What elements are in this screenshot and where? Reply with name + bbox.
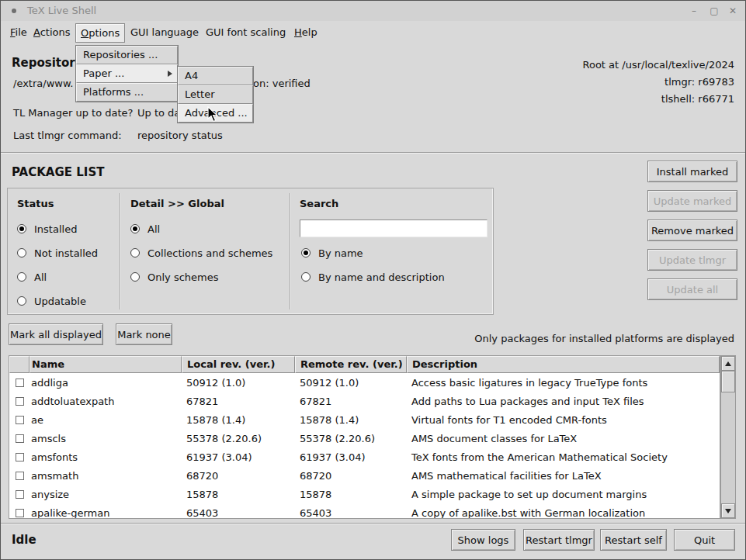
pkg-remote-rev: 65403	[295, 507, 407, 519]
pkg-local-rev: 15878 (1.4)	[182, 414, 295, 426]
title-bar: TeX Live Shell – ▢ ✕	[1, 1, 745, 22]
row-checkbox[interactable]	[16, 509, 24, 517]
radio-icon	[301, 272, 311, 282]
column-local[interactable]: Local rev. (ver.)	[182, 356, 295, 373]
table-row[interactable]: addtoluatexpath 67821 67821 Add paths to…	[9, 392, 720, 410]
row-checkbox[interactable]	[16, 379, 24, 387]
menu-item-letter[interactable]: Letter	[178, 85, 253, 104]
pkg-name: anysize	[29, 489, 182, 500]
pkg-local-rev: 55378 (2.20.6)	[182, 433, 295, 444]
menu-item-platforms[interactable]: Platforms ...	[76, 83, 178, 102]
pkg-local-rev: 15878	[182, 489, 295, 500]
table-row[interactable]: amsfonts 61937 (3.04) 61937 (3.04) TeX f…	[9, 448, 720, 466]
pkg-local-rev: 65403	[182, 507, 295, 519]
mark-none-button[interactable]: Mark none	[116, 323, 172, 345]
remove-marked-button[interactable]: Remove marked	[647, 220, 737, 241]
radio-not-installed[interactable]: Not installed	[17, 247, 98, 259]
row-checkbox[interactable]	[16, 416, 24, 424]
menu-gui-language[interactable]: GUI language	[126, 23, 203, 41]
quit-button[interactable]: Quit	[674, 529, 735, 551]
repository-heading: Repository	[12, 56, 83, 70]
last-command-value: repository status	[137, 130, 223, 141]
row-checkbox[interactable]	[16, 453, 24, 461]
repository-path: /extra/www.	[13, 78, 73, 89]
update-marked-button[interactable]: Update marked	[647, 190, 737, 212]
table-row[interactable]: apalike-german 65403 65403 A copy of apa…	[9, 503, 720, 519]
pkg-name: amsfonts	[29, 451, 182, 463]
app-window: TeX Live Shell – ▢ ✕ File Actions Option…	[0, 0, 746, 560]
pkg-description: Access basic ligatures in legacy TrueTyp…	[407, 377, 720, 389]
mark-all-displayed-button[interactable]: Mark all displayed	[9, 323, 103, 345]
search-heading: Search	[300, 198, 338, 209]
menu-item-a4[interactable]: A4	[178, 67, 253, 85]
scroll-up-icon[interactable]	[721, 356, 735, 371]
column-checkbox[interactable]	[9, 356, 29, 373]
radio-detail-all[interactable]: All	[130, 223, 160, 235]
app-icon	[12, 9, 16, 13]
detail-heading: Detail >> Global	[130, 198, 224, 209]
minimize-icon[interactable]: –	[686, 4, 702, 18]
pkg-description: A copy of apalike.bst with German locali…	[407, 507, 720, 519]
pkg-remote-rev: 15878	[295, 489, 407, 500]
filter-divider	[290, 193, 290, 309]
restart-self-button[interactable]: Restart self	[600, 529, 667, 551]
menu-item-paper[interactable]: Paper ...	[76, 64, 178, 83]
row-checkbox[interactable]	[16, 472, 24, 480]
radio-collections-schemes[interactable]: Collections and schemes	[130, 247, 272, 259]
window-title: TeX Live Shell	[27, 5, 96, 16]
pkg-description: AMS document classes for LaTeX	[407, 433, 720, 444]
column-remote[interactable]: Remote rev. (ver.)	[295, 356, 407, 373]
tlmgr-revision: tlmgr: r69783	[664, 76, 734, 88]
scrollbar-thumb[interactable]	[721, 371, 735, 392]
table-row[interactable]: anysize 15878 15878 A simple package to …	[9, 485, 720, 503]
statusbar-divider	[1, 523, 745, 524]
pkg-local-rev: 61937 (3.04)	[182, 451, 295, 463]
menu-file[interactable]: File	[5, 23, 32, 41]
status-text: Idle	[12, 533, 36, 547]
column-name[interactable]: Name	[29, 356, 182, 373]
update-tlmgr-button[interactable]: Update tlmgr	[647, 249, 737, 271]
search-input[interactable]	[300, 220, 488, 237]
menu-item-repositories[interactable]: Repositories ...	[76, 46, 178, 64]
radio-all-status[interactable]: All	[17, 271, 47, 283]
table-row[interactable]: amscls 55378 (2.20.6) 55378 (2.20.6) AMS…	[9, 429, 720, 448]
radio-installed[interactable]: Installed	[17, 223, 77, 235]
radio-by-name[interactable]: By name	[301, 247, 363, 259]
tl-manager-label: TL Manager up to date?	[13, 107, 133, 119]
show-logs-button[interactable]: Show logs	[451, 529, 515, 551]
menu-options[interactable]: Options	[75, 23, 125, 43]
row-checkbox[interactable]	[16, 397, 24, 406]
pkg-local-rev: 67821	[182, 396, 295, 407]
row-checkbox[interactable]	[16, 490, 24, 499]
radio-by-name-description[interactable]: By name and description	[301, 271, 445, 283]
submenu-arrow-icon	[168, 71, 172, 77]
table-row[interactable]: ae 15878 (1.4) 15878 (1.4) Virtual fonts…	[9, 410, 720, 429]
pkg-local-rev: 50912 (1.0)	[182, 377, 295, 389]
table-scrollbar[interactable]	[720, 355, 736, 519]
column-description[interactable]: Description	[407, 356, 720, 373]
table-header: Name Local rev. (ver.) Remote rev. (ver.…	[9, 356, 720, 373]
radio-only-schemes[interactable]: Only schemes	[130, 271, 219, 283]
tl-manager-value: Up to da	[137, 107, 180, 119]
pkg-name: ae	[29, 414, 182, 426]
menu-gui-font-scaling[interactable]: GUI font scaling	[201, 23, 290, 41]
scroll-down-icon[interactable]	[721, 503, 735, 518]
section-divider	[1, 152, 745, 154]
menu-help[interactable]: Help	[290, 23, 322, 41]
last-command-label: Last tlmgr command:	[13, 130, 122, 141]
pkg-name: addtoluatexpath	[29, 396, 182, 407]
filter-divider	[120, 193, 120, 309]
radio-updatable[interactable]: Updatable	[17, 295, 86, 307]
radio-selected-icon	[130, 224, 140, 233]
update-all-button[interactable]: Update all	[647, 278, 737, 300]
pkg-description: Add paths to Lua packages and input TeX …	[407, 396, 720, 407]
maximize-icon[interactable]: ▢	[706, 4, 722, 18]
table-row[interactable]: addliga 50912 (1.0) 50912 (1.0) Access b…	[9, 373, 720, 392]
close-icon[interactable]: ✕	[725, 4, 741, 18]
menu-actions[interactable]: Actions	[29, 23, 75, 41]
row-checkbox[interactable]	[16, 434, 24, 443]
restart-tlmgr-button[interactable]: Restart tlmgr	[523, 529, 595, 551]
table-row[interactable]: amsmath 68720 68720 AMS mathematical fac…	[9, 466, 720, 485]
pkg-description: AMS mathematical facilities for LaTeX	[407, 470, 720, 482]
install-marked-button[interactable]: Install marked	[647, 161, 737, 182]
